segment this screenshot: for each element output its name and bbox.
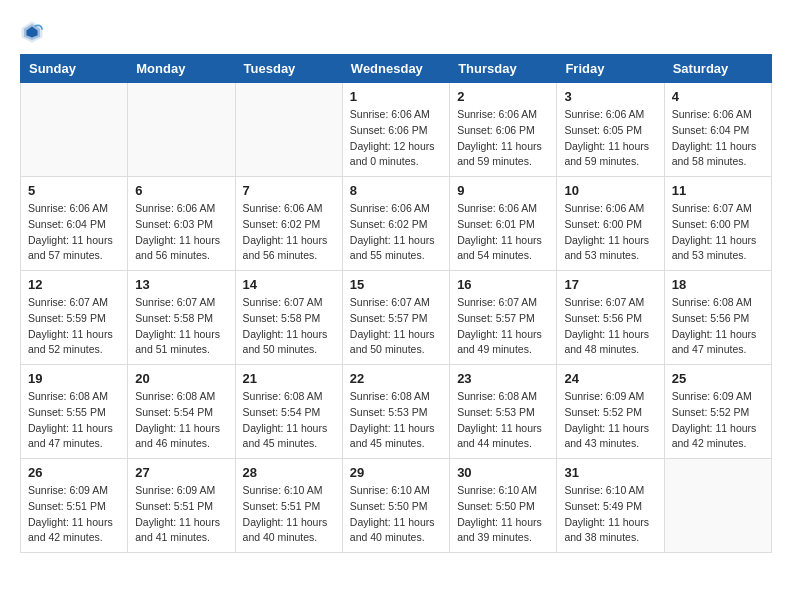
day-number: 30 [457, 465, 549, 480]
calendar-day-cell: 10Sunrise: 6:06 AM Sunset: 6:00 PM Dayli… [557, 177, 664, 271]
calendar-day-cell: 2Sunrise: 6:06 AM Sunset: 6:06 PM Daylig… [450, 83, 557, 177]
day-info: Sunrise: 6:07 AM Sunset: 5:58 PM Dayligh… [243, 295, 335, 358]
calendar-day-cell: 9Sunrise: 6:06 AM Sunset: 6:01 PM Daylig… [450, 177, 557, 271]
weekday-header-wednesday: Wednesday [342, 55, 449, 83]
calendar-week-row: 26Sunrise: 6:09 AM Sunset: 5:51 PM Dayli… [21, 459, 772, 553]
day-info: Sunrise: 6:10 AM Sunset: 5:50 PM Dayligh… [457, 483, 549, 546]
day-info: Sunrise: 6:06 AM Sunset: 6:03 PM Dayligh… [135, 201, 227, 264]
day-number: 16 [457, 277, 549, 292]
calendar-day-cell: 14Sunrise: 6:07 AM Sunset: 5:58 PM Dayli… [235, 271, 342, 365]
day-number: 18 [672, 277, 764, 292]
day-info: Sunrise: 6:08 AM Sunset: 5:56 PM Dayligh… [672, 295, 764, 358]
day-info: Sunrise: 6:08 AM Sunset: 5:54 PM Dayligh… [135, 389, 227, 452]
calendar-day-cell: 15Sunrise: 6:07 AM Sunset: 5:57 PM Dayli… [342, 271, 449, 365]
logo [20, 20, 48, 44]
weekday-header-friday: Friday [557, 55, 664, 83]
calendar-week-row: 19Sunrise: 6:08 AM Sunset: 5:55 PM Dayli… [21, 365, 772, 459]
weekday-header-tuesday: Tuesday [235, 55, 342, 83]
calendar-day-cell: 27Sunrise: 6:09 AM Sunset: 5:51 PM Dayli… [128, 459, 235, 553]
day-info: Sunrise: 6:06 AM Sunset: 6:02 PM Dayligh… [243, 201, 335, 264]
calendar-week-row: 1Sunrise: 6:06 AM Sunset: 6:06 PM Daylig… [21, 83, 772, 177]
weekday-header-row: SundayMondayTuesdayWednesdayThursdayFrid… [21, 55, 772, 83]
calendar-day-cell: 29Sunrise: 6:10 AM Sunset: 5:50 PM Dayli… [342, 459, 449, 553]
calendar-day-cell: 19Sunrise: 6:08 AM Sunset: 5:55 PM Dayli… [21, 365, 128, 459]
calendar-day-cell [235, 83, 342, 177]
day-info: Sunrise: 6:07 AM Sunset: 5:59 PM Dayligh… [28, 295, 120, 358]
day-info: Sunrise: 6:10 AM Sunset: 5:51 PM Dayligh… [243, 483, 335, 546]
day-number: 19 [28, 371, 120, 386]
day-number: 26 [28, 465, 120, 480]
day-info: Sunrise: 6:06 AM Sunset: 6:04 PM Dayligh… [672, 107, 764, 170]
day-info: Sunrise: 6:07 AM Sunset: 5:58 PM Dayligh… [135, 295, 227, 358]
day-number: 12 [28, 277, 120, 292]
weekday-header-sunday: Sunday [21, 55, 128, 83]
day-number: 31 [564, 465, 656, 480]
day-number: 7 [243, 183, 335, 198]
calendar-day-cell: 22Sunrise: 6:08 AM Sunset: 5:53 PM Dayli… [342, 365, 449, 459]
day-number: 11 [672, 183, 764, 198]
day-number: 6 [135, 183, 227, 198]
calendar-day-cell: 23Sunrise: 6:08 AM Sunset: 5:53 PM Dayli… [450, 365, 557, 459]
calendar-day-cell: 17Sunrise: 6:07 AM Sunset: 5:56 PM Dayli… [557, 271, 664, 365]
page-header [20, 20, 772, 44]
calendar-day-cell: 7Sunrise: 6:06 AM Sunset: 6:02 PM Daylig… [235, 177, 342, 271]
day-info: Sunrise: 6:07 AM Sunset: 5:57 PM Dayligh… [457, 295, 549, 358]
day-info: Sunrise: 6:08 AM Sunset: 5:53 PM Dayligh… [457, 389, 549, 452]
day-info: Sunrise: 6:08 AM Sunset: 5:55 PM Dayligh… [28, 389, 120, 452]
day-number: 2 [457, 89, 549, 104]
day-number: 23 [457, 371, 549, 386]
day-number: 1 [350, 89, 442, 104]
calendar-day-cell: 4Sunrise: 6:06 AM Sunset: 6:04 PM Daylig… [664, 83, 771, 177]
calendar-week-row: 12Sunrise: 6:07 AM Sunset: 5:59 PM Dayli… [21, 271, 772, 365]
day-number: 10 [564, 183, 656, 198]
day-number: 20 [135, 371, 227, 386]
day-number: 29 [350, 465, 442, 480]
calendar-day-cell: 28Sunrise: 6:10 AM Sunset: 5:51 PM Dayli… [235, 459, 342, 553]
calendar-day-cell: 26Sunrise: 6:09 AM Sunset: 5:51 PM Dayli… [21, 459, 128, 553]
day-info: Sunrise: 6:06 AM Sunset: 6:05 PM Dayligh… [564, 107, 656, 170]
calendar-table: SundayMondayTuesdayWednesdayThursdayFrid… [20, 54, 772, 553]
calendar-day-cell: 12Sunrise: 6:07 AM Sunset: 5:59 PM Dayli… [21, 271, 128, 365]
day-info: Sunrise: 6:07 AM Sunset: 5:56 PM Dayligh… [564, 295, 656, 358]
day-number: 15 [350, 277, 442, 292]
weekday-header-saturday: Saturday [664, 55, 771, 83]
calendar-day-cell [21, 83, 128, 177]
day-number: 8 [350, 183, 442, 198]
calendar-day-cell: 30Sunrise: 6:10 AM Sunset: 5:50 PM Dayli… [450, 459, 557, 553]
calendar-day-cell: 5Sunrise: 6:06 AM Sunset: 6:04 PM Daylig… [21, 177, 128, 271]
day-info: Sunrise: 6:09 AM Sunset: 5:51 PM Dayligh… [28, 483, 120, 546]
day-number: 17 [564, 277, 656, 292]
day-info: Sunrise: 6:06 AM Sunset: 6:06 PM Dayligh… [457, 107, 549, 170]
calendar-day-cell: 1Sunrise: 6:06 AM Sunset: 6:06 PM Daylig… [342, 83, 449, 177]
day-number: 5 [28, 183, 120, 198]
day-info: Sunrise: 6:09 AM Sunset: 5:52 PM Dayligh… [672, 389, 764, 452]
calendar-day-cell: 18Sunrise: 6:08 AM Sunset: 5:56 PM Dayli… [664, 271, 771, 365]
day-info: Sunrise: 6:10 AM Sunset: 5:49 PM Dayligh… [564, 483, 656, 546]
day-number: 28 [243, 465, 335, 480]
calendar-day-cell [128, 83, 235, 177]
day-info: Sunrise: 6:06 AM Sunset: 6:01 PM Dayligh… [457, 201, 549, 264]
day-number: 21 [243, 371, 335, 386]
day-info: Sunrise: 6:09 AM Sunset: 5:52 PM Dayligh… [564, 389, 656, 452]
weekday-header-thursday: Thursday [450, 55, 557, 83]
generalblue-logo-icon [20, 20, 44, 44]
calendar-day-cell: 11Sunrise: 6:07 AM Sunset: 6:00 PM Dayli… [664, 177, 771, 271]
calendar-day-cell: 8Sunrise: 6:06 AM Sunset: 6:02 PM Daylig… [342, 177, 449, 271]
calendar-day-cell: 13Sunrise: 6:07 AM Sunset: 5:58 PM Dayli… [128, 271, 235, 365]
calendar-day-cell: 24Sunrise: 6:09 AM Sunset: 5:52 PM Dayli… [557, 365, 664, 459]
day-info: Sunrise: 6:07 AM Sunset: 6:00 PM Dayligh… [672, 201, 764, 264]
day-info: Sunrise: 6:06 AM Sunset: 6:06 PM Dayligh… [350, 107, 442, 170]
day-info: Sunrise: 6:08 AM Sunset: 5:53 PM Dayligh… [350, 389, 442, 452]
day-number: 27 [135, 465, 227, 480]
day-info: Sunrise: 6:08 AM Sunset: 5:54 PM Dayligh… [243, 389, 335, 452]
calendar-day-cell: 16Sunrise: 6:07 AM Sunset: 5:57 PM Dayli… [450, 271, 557, 365]
day-number: 9 [457, 183, 549, 198]
day-number: 24 [564, 371, 656, 386]
day-info: Sunrise: 6:06 AM Sunset: 6:04 PM Dayligh… [28, 201, 120, 264]
calendar-day-cell: 6Sunrise: 6:06 AM Sunset: 6:03 PM Daylig… [128, 177, 235, 271]
day-number: 25 [672, 371, 764, 386]
day-number: 3 [564, 89, 656, 104]
calendar-day-cell: 20Sunrise: 6:08 AM Sunset: 5:54 PM Dayli… [128, 365, 235, 459]
weekday-header-monday: Monday [128, 55, 235, 83]
day-number: 22 [350, 371, 442, 386]
